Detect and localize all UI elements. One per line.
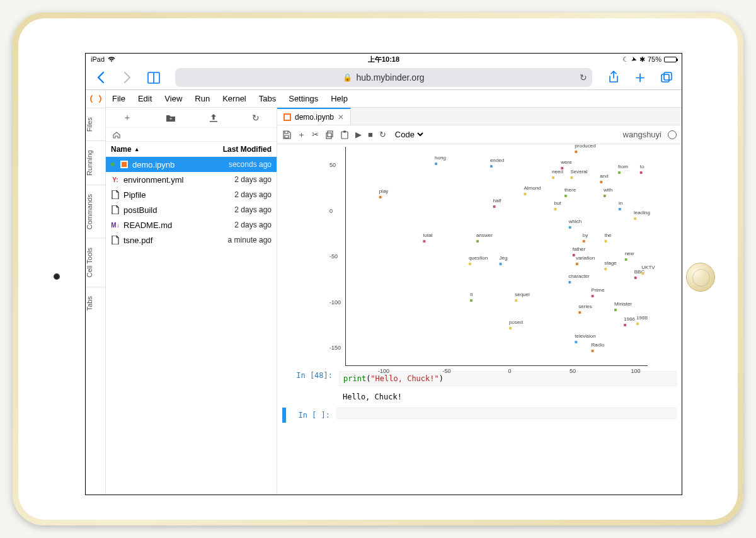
file-row[interactable]: M↓README.md2 days ago [106, 217, 277, 232]
x-tick: -100 [378, 368, 389, 374]
forward-button[interactable] [116, 67, 139, 88]
file-icon [111, 205, 120, 214]
url-bar[interactable]: 🔒 hub.mybinder.org ↻ [175, 68, 592, 87]
kernel-name: wangshuyi [623, 130, 662, 139]
refresh-button[interactable]: ↻ [252, 113, 260, 123]
file-row[interactable]: tsne.pdfa minute ago [106, 232, 277, 248]
new-tab-button[interactable]: ＋ [629, 67, 651, 88]
notebook-tab[interactable]: demo.ipynb ✕ [277, 108, 351, 125]
y-tick: -100 [329, 299, 341, 306]
new-launcher-button[interactable]: ＋ [123, 112, 132, 123]
menu-edit[interactable]: Edit [132, 94, 158, 103]
file-name: postBuild [123, 205, 231, 215]
file-modified: 2 days ago [234, 175, 272, 184]
file-row[interactable]: Pipfile2 days ago [106, 187, 277, 202]
restart-button[interactable]: ↻ [379, 130, 386, 139]
y-tick: -150 [329, 345, 341, 351]
file-browser: ＋ + ↻ Name [106, 108, 277, 495]
file-name: Pipfile [123, 190, 231, 200]
svg-rect-0 [662, 74, 669, 82]
bookmarks-button[interactable] [142, 67, 165, 88]
menu-help[interactable]: Help [324, 94, 354, 103]
menu-view[interactable]: View [158, 94, 188, 103]
data-point: and [600, 173, 608, 185]
cell-prompt: In [ ]: [287, 408, 336, 423]
data-point: sequel [515, 292, 530, 303]
data-point: Radio [592, 342, 605, 353]
menu-kernel[interactable]: Kernel [216, 94, 253, 103]
interrupt-button[interactable]: ■ [368, 130, 373, 139]
data-point: Several [570, 169, 587, 180]
save-button[interactable] [282, 130, 291, 139]
data-point: by [583, 232, 588, 244]
file-modified: 2 days ago [234, 205, 272, 214]
side-tab-cell-tools[interactable]: Cell Tools [86, 238, 105, 287]
reload-icon[interactable]: ↻ [580, 72, 587, 83]
svg-rect-6 [343, 130, 346, 132]
code-cell[interactable] [336, 408, 677, 419]
data-point: posed [509, 319, 523, 331]
safari-toolbar: 🔒 hub.mybinder.org ↻ ＋ [86, 65, 682, 90]
data-point: leading [634, 210, 650, 221]
file-name: environment.yml [123, 175, 231, 185]
paste-button[interactable] [340, 130, 349, 139]
menu-file[interactable]: File [106, 94, 132, 103]
y-tick: -50 [329, 253, 338, 260]
run-button[interactable]: ▶ [355, 130, 362, 139]
insert-cell-button[interactable]: ＋ [297, 129, 306, 140]
data-point: in [619, 200, 622, 212]
svg-rect-4 [328, 131, 333, 137]
notebook-icon [284, 113, 291, 121]
file-icon: Y: [111, 176, 120, 183]
home-button[interactable] [686, 263, 715, 292]
upload-button[interactable] [209, 113, 218, 122]
file-row[interactable]: Y:environment.yml2 days ago [106, 172, 277, 187]
notebook-tab-label: demo.ipynb [295, 113, 334, 122]
share-button[interactable] [602, 67, 625, 88]
close-tab-button[interactable]: ✕ [338, 113, 344, 122]
side-tab-running[interactable]: Running [86, 140, 105, 185]
cut-button[interactable]: ✂ [312, 130, 319, 139]
file-row[interactable]: demo.ipynbseconds ago [106, 157, 277, 172]
device-camera [54, 273, 60, 280]
col-modified-header[interactable]: Last Modified [223, 145, 272, 154]
cell-type-select[interactable]: Code [392, 129, 425, 140]
current-cell-indicator [282, 408, 286, 423]
file-icon [111, 190, 120, 199]
back-button[interactable] [89, 67, 112, 88]
battery-pct: 75% [648, 55, 662, 63]
running-dot-icon [111, 163, 115, 166]
tabs-button[interactable] [655, 67, 678, 88]
battery-icon [664, 57, 677, 62]
svg-rect-5 [341, 132, 348, 139]
data-point: which [569, 219, 581, 230]
data-point: but [554, 200, 561, 212]
data-point: stage [604, 260, 617, 272]
data-point: Jeg [500, 255, 508, 266]
data-point: 1988 [636, 315, 648, 326]
side-tab-tabs[interactable]: Tabs [86, 287, 105, 319]
tsne-scatter-plot: -150-100-50050-100-50050100producedhonge… [345, 147, 648, 366]
col-name-header[interactable]: Name [111, 145, 132, 154]
menu-run[interactable]: Run [188, 94, 216, 103]
data-point: with [604, 187, 612, 198]
data-point: ended [490, 157, 504, 169]
file-name: README.md [123, 220, 231, 230]
menu-settings[interactable]: Settings [282, 94, 324, 103]
data-point: play [379, 188, 389, 200]
svg-rect-3 [326, 133, 331, 139]
file-row[interactable]: postBuild2 days ago [106, 202, 277, 217]
data-point: Minister [614, 301, 632, 312]
data-point: produced [575, 144, 595, 154]
data-point: half [493, 198, 501, 209]
copy-button[interactable] [325, 130, 334, 139]
menu-tabs[interactable]: Tabs [253, 94, 282, 103]
data-point: new [625, 251, 634, 262]
side-tab-commands[interactable]: Commands [86, 185, 105, 238]
side-tab-files[interactable]: Files [86, 108, 105, 140]
y-tick: 0 [329, 208, 333, 214]
jupyterlab-menu: FileEditViewRunKernelTabsSettingsHelp [106, 90, 682, 108]
new-folder-button[interactable]: + [166, 113, 176, 122]
breadcrumb[interactable] [106, 128, 277, 142]
file-modified: seconds ago [229, 160, 272, 169]
